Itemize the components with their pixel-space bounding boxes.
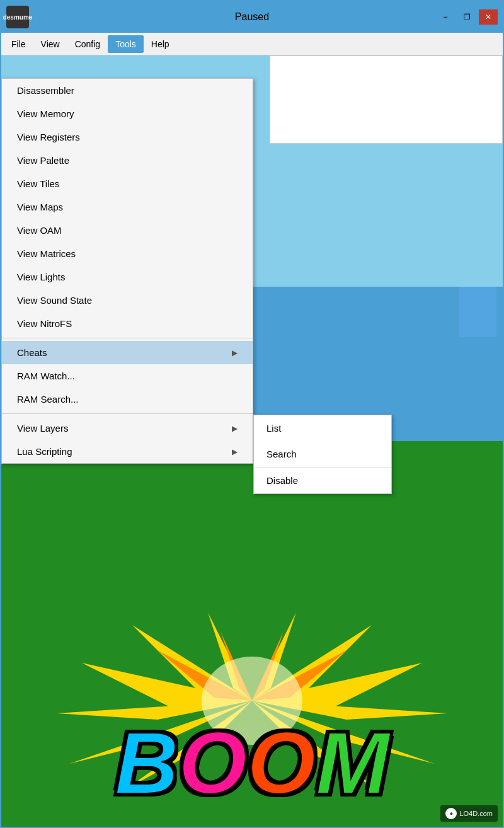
menu-bar: File View Config Tools Help bbox=[1, 33, 503, 55]
menu-view-palette[interactable]: View Palette bbox=[2, 149, 253, 172]
menu-file[interactable]: File bbox=[4, 35, 33, 53]
menu-cheats[interactable]: Cheats ▶ bbox=[2, 341, 253, 364]
menu-help[interactable]: Help bbox=[144, 35, 177, 53]
cheats-list[interactable]: List bbox=[254, 415, 391, 441]
menu-view-nitrofs[interactable]: View NitroFS bbox=[2, 312, 253, 335]
divider-1 bbox=[2, 338, 253, 338]
menu-view-tiles[interactable]: View Tiles bbox=[2, 172, 253, 195]
menu-view-maps[interactable]: View Maps bbox=[2, 195, 253, 219]
menu-tools[interactable]: Tools bbox=[108, 35, 144, 53]
lua-scripting-arrow-icon: ▶ bbox=[232, 447, 238, 456]
watermark: ● LO4D.com bbox=[440, 805, 498, 822]
content-area: B O O M Disassembler View Memory V bbox=[1, 55, 503, 827]
menu-view-lights[interactable]: View Lights bbox=[2, 265, 253, 289]
cheats-submenu: List Search Disable bbox=[253, 415, 392, 494]
title-bar: des mu me Paused − ❐ ✕ bbox=[1, 1, 503, 33]
watermark-text: LO4D.com bbox=[459, 810, 493, 817]
menu-view[interactable]: View bbox=[33, 35, 67, 53]
cheats-disable[interactable]: Disable bbox=[254, 468, 391, 493]
menu-lua-scripting[interactable]: Lua Scripting ▶ bbox=[2, 440, 253, 463]
divider-2 bbox=[2, 413, 253, 414]
tools-dropdown: Disassembler View Memory View Registers … bbox=[1, 78, 253, 464]
menu-disassembler[interactable]: Disassembler bbox=[2, 79, 253, 102]
watermark-icon: ● bbox=[445, 808, 457, 819]
menu-config[interactable]: Config bbox=[67, 35, 108, 53]
menu-ram-watch[interactable]: RAM Watch... bbox=[2, 364, 253, 388]
cheats-search[interactable]: Search bbox=[254, 441, 391, 467]
main-window: des mu me Paused − ❐ ✕ File View Config … bbox=[0, 0, 504, 828]
menu-view-matrices[interactable]: View Matrices bbox=[2, 242, 253, 265]
boom-text: B O O M bbox=[115, 712, 389, 814]
menu-view-memory[interactable]: View Memory bbox=[2, 102, 253, 125]
game-character-area bbox=[459, 287, 496, 337]
cheats-arrow-icon: ▶ bbox=[232, 348, 238, 357]
upper-panel bbox=[270, 55, 503, 144]
menu-ram-search[interactable]: RAM Search... bbox=[2, 388, 253, 411]
menu-view-oam[interactable]: View OAM bbox=[2, 219, 253, 242]
window-title: Paused bbox=[0, 11, 504, 23]
menu-view-registers[interactable]: View Registers bbox=[2, 125, 253, 149]
view-layers-arrow-icon: ▶ bbox=[232, 424, 238, 433]
menu-view-layers[interactable]: View Layers ▶ bbox=[2, 417, 253, 440]
menu-view-sound-state[interactable]: View Sound State bbox=[2, 289, 253, 312]
